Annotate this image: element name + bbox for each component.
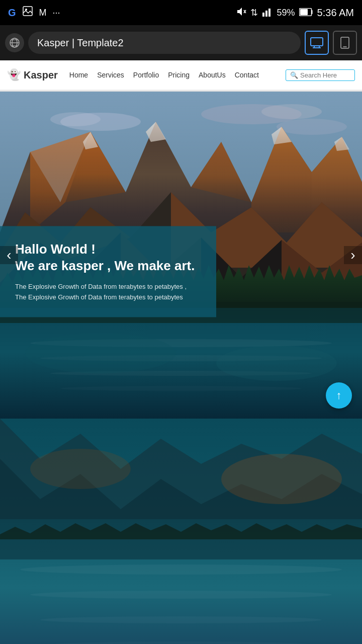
site-logo[interactable]: 👻 Kasper (7, 68, 58, 82)
site-nav: 👻 Kasper Home Services Portfolio Pricing… (0, 60, 362, 91)
nav-contact[interactable]: Contact (230, 71, 263, 79)
svg-point-61 (221, 454, 342, 504)
signal-icon (262, 7, 273, 19)
mobile-view-button[interactable] (333, 31, 357, 55)
nav-aboutus[interactable]: AboutUs (194, 71, 230, 79)
svg-rect-4 (262, 13, 264, 17)
time-display: 5:36 AM (317, 7, 354, 19)
address-bar[interactable]: Kasper | Template2 (28, 32, 301, 54)
bottom-section (0, 419, 362, 644)
svg-point-51 (216, 346, 337, 381)
slide-title: Hallo World ! We are kasper , We make ar… (15, 241, 201, 275)
svg-point-50 (25, 333, 176, 373)
svg-point-25 (277, 119, 347, 135)
google-icon: G (8, 7, 16, 19)
logo-text: Kasper (24, 69, 58, 81)
gmail-icon: M (39, 8, 47, 18)
status-left-icons: G M ··· (8, 6, 60, 20)
ghost-icon: 👻 (7, 68, 21, 82)
search-box: 🔍 (286, 69, 355, 81)
globe-icon (5, 33, 24, 52)
mute-icon (236, 7, 246, 19)
gallery-icon (22, 6, 33, 20)
desktop-view-button[interactable] (305, 31, 329, 55)
svg-point-22 (50, 112, 101, 126)
slide-desc: The Explosive Growth of Data from teraby… (15, 282, 201, 303)
svg-rect-6 (268, 9, 270, 17)
more-icon: ··· (53, 8, 60, 18)
svg-point-56 (20, 565, 342, 575)
nav-home[interactable]: Home (65, 71, 93, 79)
svg-rect-8 (300, 9, 308, 15)
hero-section: Hallo World ! We are kasper , We make ar… (0, 92, 362, 419)
svg-rect-0 (23, 7, 32, 16)
battery-icon (299, 7, 313, 19)
battery-text: 59% (277, 8, 295, 18)
browser-chrome: Kasper | Template2 (0, 25, 362, 60)
nav-pricing[interactable]: Pricing (163, 71, 194, 79)
prev-slide-button[interactable]: ‹ (0, 246, 18, 264)
slide-content: Hallo World ! We are kasper , We make ar… (0, 226, 216, 317)
page-title: Kasper | Template2 (37, 37, 124, 49)
svg-point-48 (60, 386, 302, 391)
nav-links: Home Services Portfolio Pricing AboutUs … (65, 71, 286, 79)
svg-point-62 (30, 449, 131, 489)
search-input[interactable] (300, 71, 350, 79)
sync-icon: ⇅ (250, 7, 258, 18)
reflection-svg (0, 419, 362, 644)
svg-rect-5 (265, 11, 267, 17)
nav-services[interactable]: Services (93, 71, 129, 79)
svg-point-57 (30, 591, 332, 599)
search-icon: 🔍 (290, 71, 298, 79)
svg-rect-14 (311, 38, 323, 46)
scroll-to-top-button[interactable]: ↑ (326, 382, 352, 409)
status-bar: G M ··· ⇅ 59% 5:36 AM (0, 0, 362, 25)
svg-point-58 (40, 616, 322, 623)
svg-point-24 (261, 104, 322, 119)
nav-portfolio[interactable]: Portfolio (129, 71, 163, 79)
status-right-icons: ⇅ 59% 5:36 AM (236, 7, 354, 19)
next-slide-button[interactable]: › (344, 246, 362, 264)
